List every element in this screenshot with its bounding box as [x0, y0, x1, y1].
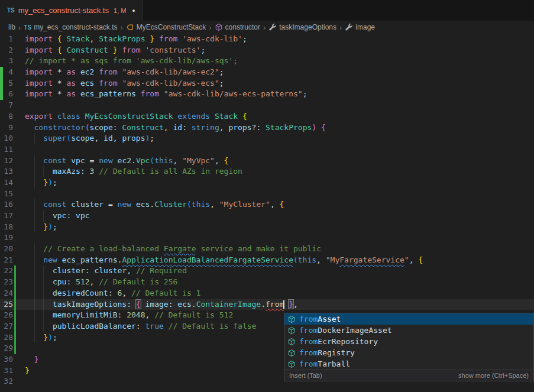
line-number[interactable]: 4 [0, 67, 13, 78]
line-number[interactable]: 3 [0, 56, 13, 67]
code-text: }); [25, 332, 57, 344]
code-line[interactable]: 8export class MyEcsConstructStack extend… [0, 111, 534, 122]
tab-dirty-indicator[interactable]: ● [132, 8, 135, 14]
code-text: import { Construct } from 'constructs'; [25, 45, 205, 56]
code-line[interactable]: 2import { Construct } from 'constructs'; [0, 45, 534, 56]
line-number[interactable]: 18 [0, 222, 13, 233]
suggest-item[interactable]: fromTarball [284, 358, 533, 370]
line-number[interactable]: 8 [0, 111, 13, 122]
breadcrumb-item-image[interactable]: image [345, 23, 375, 31]
line-number[interactable]: 28 [0, 332, 13, 344]
suggest-item[interactable]: fromDockerImageAsset [284, 325, 533, 336]
code-line[interactable]: 21 new ecs_patterns.ApplicationLoadBalan… [0, 255, 534, 266]
indent-guide [34, 332, 35, 344]
code-line[interactable]: 25 taskImageOptions: { image: ecs.Contai… [0, 299, 534, 310]
code-line[interactable]: 4import * as ec2 from "aws-cdk-lib/aws-e… [0, 67, 534, 78]
code-line[interactable]: 10 super(scope, id, props); [0, 133, 534, 144]
suggest-item[interactable]: fromEcrRepository [284, 336, 533, 347]
line-number[interactable]: 20 [0, 244, 13, 255]
line-number[interactable]: 14 [0, 177, 13, 189]
code-line[interactable]: 9 constructor(scope: Construct, id: stri… [0, 122, 534, 134]
code-text: } [25, 365, 30, 377]
breadcrumb-separator: › [18, 23, 21, 32]
indent-guide [34, 255, 35, 266]
line-number[interactable]: 27 [0, 321, 13, 332]
code-text: publicLoadBalancer: true // Default is f… [25, 321, 256, 332]
property-icon [345, 23, 353, 31]
breadcrumb-item-taskimageoptions[interactable]: taskImageOptions [268, 23, 336, 31]
method-icon [287, 349, 296, 357]
code-line[interactable]: 20 // Create a load-balanced Fargate ser… [0, 244, 534, 255]
code-line[interactable]: 17 vpc: vpc [0, 210, 534, 222]
line-number[interactable]: 31 [0, 365, 13, 377]
code-line[interactable]: 1import { Stack, StackProps } from 'aws-… [0, 34, 534, 45]
line-number[interactable]: 32 [0, 376, 13, 387]
indent-guide [34, 299, 35, 310]
code-line[interactable]: 13 maxAzs: 3 // Default is all AZs in re… [0, 166, 534, 177]
breadcrumb-item-lib[interactable]: lib [8, 23, 15, 31]
code-line[interactable]: 24 desiredCount: 6, // Default is 1 [0, 288, 534, 299]
suggest-footer-show-more[interactable]: show more (Ctrl+Space) [458, 372, 529, 379]
breadcrumb-label: lib [8, 23, 15, 31]
line-number[interactable]: 22 [0, 265, 13, 277]
code-line[interactable]: 19 [0, 232, 534, 244]
suggest-list: fromAssetfromDockerImageAssetfromEcrRepo… [284, 313, 533, 370]
code-line[interactable]: 15 [0, 189, 534, 200]
line-number[interactable]: 13 [0, 166, 13, 177]
code-text: taskImageOptions: { image: ecs.Container… [25, 299, 298, 310]
line-number[interactable]: 19 [0, 232, 13, 244]
code-text: desiredCount: 6, // Default is 1 [25, 288, 200, 299]
code-line[interactable]: 11 [0, 144, 534, 155]
line-number[interactable]: 10 [0, 133, 13, 144]
editor-tab[interactable]: TS my_ecs_construct-stack.ts 1, M ● [0, 0, 143, 21]
breadcrumb-separator: › [121, 23, 123, 32]
indent-guide [43, 166, 44, 177]
code-line[interactable]: 7 [0, 100, 534, 111]
line-number[interactable]: 12 [0, 155, 13, 167]
code-text: // import * as sqs from 'aws-cdk-lib/aws… [25, 56, 238, 67]
suggest-item[interactable]: fromAsset [284, 313, 533, 325]
method-icon [287, 315, 296, 323]
code-line[interactable]: 23 cpu: 512, // Default is 256 [0, 277, 534, 288]
suggest-item[interactable]: fromRegistry [284, 347, 533, 358]
line-number[interactable]: 23 [0, 277, 13, 288]
line-number[interactable]: 29 [0, 343, 13, 354]
suggest-rest-text: Tarball [318, 359, 350, 368]
line-number[interactable]: 5 [0, 78, 13, 89]
vscode-window: TS my_ecs_construct-stack.ts 1, M ● lib›… [0, 0, 534, 387]
line-number[interactable]: 15 [0, 189, 13, 200]
line-number[interactable]: 11 [0, 144, 13, 155]
line-number[interactable]: 1 [0, 34, 13, 45]
breadcrumb-label: MyEcsConstructStack [137, 23, 206, 31]
breadcrumb-item-myecsconstructstack[interactable]: MyEcsConstructStack [126, 23, 206, 31]
code-line[interactable]: 16 const cluster = new ecs.Cluster(this,… [0, 199, 534, 210]
line-number[interactable]: 26 [0, 310, 13, 321]
breadcrumb-item-constructor[interactable]: constructor [215, 23, 260, 31]
code-line[interactable]: 6import * as ecs_patterns from "aws-cdk-… [0, 89, 534, 100]
line-number[interactable]: 9 [0, 122, 13, 134]
line-number[interactable]: 7 [0, 100, 13, 111]
indent-guide [34, 288, 35, 299]
code-text: memoryLimitMiB: 2048, // Default is 512 [25, 310, 233, 321]
line-number[interactable]: 16 [0, 199, 13, 210]
indent-guide [43, 288, 44, 299]
line-number[interactable]: 24 [0, 288, 13, 299]
method-icon [287, 360, 296, 368]
code-line[interactable]: 5import * as ecs from "aws-cdk-lib/aws-e… [0, 78, 534, 89]
code-line[interactable]: 22 cluster: cluster, // Required [0, 265, 534, 277]
method-icon [215, 23, 223, 31]
code-line[interactable]: 18 }); [0, 222, 534, 233]
breadcrumb-item-my-ecs-construct-stack-ts[interactable]: TSmy_ecs_construct-stack.ts [24, 23, 117, 31]
line-number[interactable]: 30 [0, 354, 13, 365]
line-number[interactable]: 2 [0, 45, 13, 56]
suggest-rest-text: Registry [318, 348, 355, 357]
line-number[interactable]: 25 [0, 299, 13, 310]
code-line[interactable]: 14 }); [0, 177, 534, 189]
code-line[interactable]: 3// import * as sqs from 'aws-cdk-lib/aw… [0, 56, 534, 67]
line-number[interactable]: 6 [0, 89, 13, 100]
indent-guide [43, 310, 44, 321]
code-line[interactable]: 12 const vpc = new ec2.Vpc(this, "MyVpc"… [0, 155, 534, 167]
indent-guide [43, 265, 44, 277]
line-number[interactable]: 17 [0, 210, 13, 222]
line-number[interactable]: 21 [0, 255, 13, 266]
